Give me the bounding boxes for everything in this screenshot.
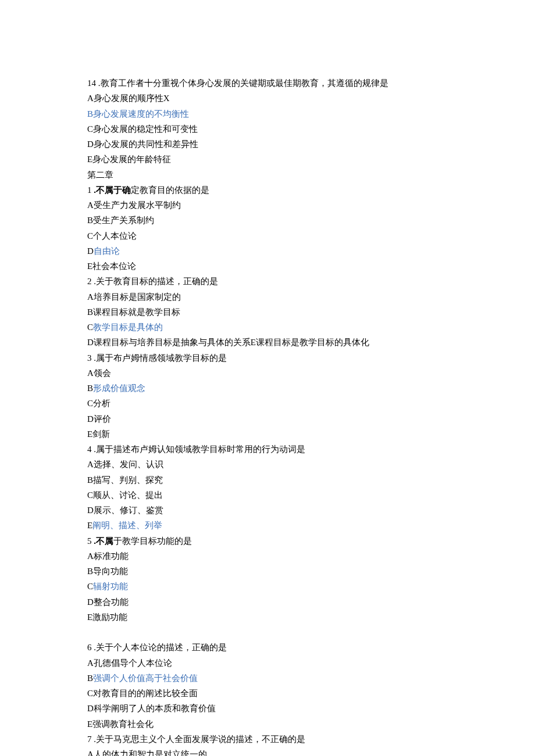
question-stem: 1 .不属于确定教育目的依据的是	[87, 182, 448, 198]
question-number: 1	[87, 185, 92, 195]
question-stem: 7 .关于马克思主义个人全面发展学说的描述，不正确的是	[87, 732, 448, 747]
option-e: E身心发展的年龄特征	[87, 152, 448, 167]
option-c: C分析	[87, 396, 448, 411]
option-d: D科学阐明了人的本质和教育价值	[87, 701, 448, 716]
stem-bold: .不属	[92, 536, 114, 546]
option-e: E剑新	[87, 427, 448, 442]
option-d-highlight: 自由论	[94, 246, 120, 256]
option-b-highlight: 强调个人价值高于社会价值	[93, 673, 198, 683]
option-b: B课程目标就是教学目标	[87, 304, 448, 320]
option-b-highlight: 形成价值观念	[93, 384, 145, 393]
stem-text: .属于布卢姆情感领域教学目标的是	[92, 353, 227, 363]
question-number: 7	[87, 734, 92, 744]
option-d-prefix: D	[87, 246, 94, 256]
stem-text: .属于描述布卢姆认知领域教学目标时常用的行为动词是	[92, 445, 306, 454]
option-b: B描写、判别、探究	[87, 472, 448, 488]
option-c-highlight: 辐射功能	[93, 582, 128, 591]
question-stem: 5 .不属于教学目标功能的是	[87, 533, 448, 549]
option-b: B受生产关系制约	[87, 213, 448, 228]
question-number: 4	[87, 445, 92, 454]
document-page: 14 .教育工作者十分重视个体身心发展的关键期或最佳期教育，其遵循的规律是 A身…	[0, 0, 535, 756]
stem-bold: .不属于确	[92, 185, 131, 195]
question-number: 5	[87, 536, 92, 546]
question-number: 2	[87, 277, 92, 286]
option-b: B形成价值观念	[87, 381, 448, 396]
option-c: C对教育目的的阐述比较全面	[87, 686, 448, 701]
stem-text: .关于马克思主义个人全面发展学说的描述，不正确的是	[92, 734, 306, 744]
option-e: E社会本位论	[87, 259, 448, 274]
stem-rest: 定教育目的依据的是	[131, 185, 209, 195]
option-d: D整合功能	[87, 594, 448, 610]
question-stem: 2 .关于教育目标的描述，正确的是	[87, 274, 448, 289]
option-c: C身心发展的稳定性和可变性	[87, 121, 448, 137]
option-a: A人的体力和智力是对立统一的	[87, 747, 448, 756]
option-c-highlight: 教学目标是具体的	[93, 323, 163, 332]
option-e: E强调教育社会化	[87, 716, 448, 732]
stem-text: .关于教育目标的描述，正确的是	[92, 277, 219, 286]
option-e-highlight: 阐明、描述、列举	[92, 521, 162, 530]
option-e: E阐明、描述、列举	[87, 518, 448, 533]
option-c: C辐射功能	[87, 579, 448, 594]
stem-text: .关于个人本位论的描述，正确的是	[92, 643, 227, 652]
option-d: D身心发展的共同性和差异性	[87, 137, 448, 152]
question-stem: 4 .属于描述布卢姆认知领域教学目标时常用的行为动词是	[87, 442, 448, 457]
option-c: C教学目标是具体的	[87, 320, 448, 335]
option-d: D自由论	[87, 243, 448, 259]
option-a: A选择、发问、认识	[87, 457, 448, 472]
option-d: D课程目标与培养目标是抽象与具体的关系E课程目标是教学目标的具体化	[87, 335, 448, 350]
question-stem: 14 .教育工作者十分重视个体身心发展的关键期或最佳期教育，其遵循的规律是	[87, 76, 448, 91]
option-c: C个人本位论	[87, 228, 448, 243]
stem-text: .教育工作者十分重视个体身心发展的关键期或最佳期教育，其遵循的规律是	[96, 78, 388, 88]
option-c: C顺从、讨论、提出	[87, 488, 448, 503]
option-a: A孔德倡导个人本位论	[87, 655, 448, 671]
option-b: B导向功能	[87, 564, 448, 579]
stem-rest: 于教学目标功能的是	[113, 536, 192, 546]
question-stem: 3 .属于布卢姆情感领域教学目标的是	[87, 350, 448, 366]
question-stem: 6 .关于个人本位论的描述，正确的是	[87, 640, 448, 655]
question-number: 14	[87, 78, 96, 88]
option-b-prefix: B	[87, 673, 93, 683]
option-a: A身心发展的顺序性X	[87, 91, 448, 106]
option-c-prefix: C	[87, 582, 93, 591]
option-c-prefix: C	[87, 323, 93, 332]
option-a: A培养目标是国家制定的	[87, 289, 448, 304]
option-a: A受生产力发展水平制约	[87, 198, 448, 213]
chapter-heading: 第二章	[87, 167, 448, 182]
blank-line	[87, 625, 448, 640]
option-b-prefix: B	[87, 384, 93, 393]
option-b-highlight: B身心发展速度的不均衡性	[87, 106, 448, 121]
option-d: D展示、修订、鉴赏	[87, 503, 448, 518]
option-a: A领会	[87, 366, 448, 381]
option-d: D评价	[87, 411, 448, 427]
option-a: A标准功能	[87, 549, 448, 564]
option-b: B强调个人价值高于社会价值	[87, 671, 448, 686]
option-e: E激励功能	[87, 610, 448, 625]
question-number: 3	[87, 353, 92, 363]
option-e-prefix: E	[87, 521, 92, 530]
question-number: 6	[87, 643, 92, 652]
